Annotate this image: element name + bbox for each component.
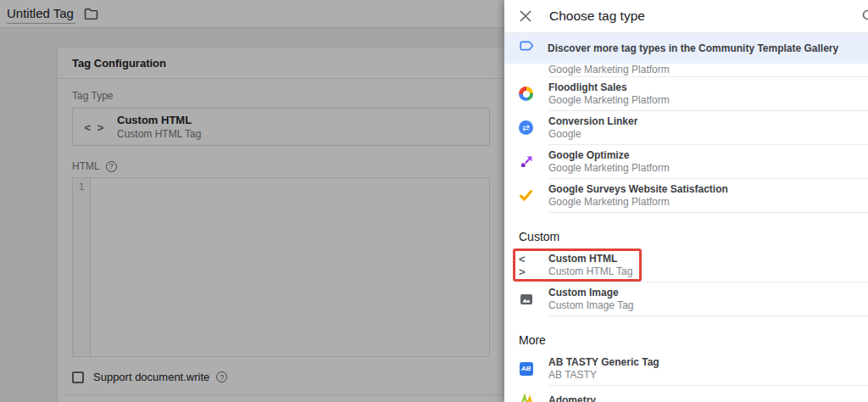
list-item-subtitle: Custom Image Tag [548,299,634,311]
list-item-conversion-linker[interactable]: ⇄ Conversion Linker Google [504,111,868,144]
tag-label-icon [520,41,535,56]
image-icon [519,292,533,306]
list-item-title: Adometry [548,394,596,402]
banner-text: Discover more tag types in the Community… [548,42,838,54]
list-item-google-optimize[interactable]: Google Optimize Google Marketing Platfor… [504,145,868,178]
choose-tag-type-sheet: Choose tag type Discover more tag types … [504,0,868,402]
list-item-custom-image[interactable]: Custom Image Custom Image Tag [504,282,868,315]
list-item-title: Conversion Linker [548,115,637,127]
sheet-title: Choose tag type [549,8,645,24]
gtm-app: Untitled Tag Tag Configuration Tag Type … [0,0,868,402]
list-item-custom-html[interactable]: < > Custom HTML Custom HTML Tag [504,248,868,282]
list-item-subtitle: Google Marketing Platform [548,94,670,106]
close-icon[interactable] [520,10,531,22]
list-item-title: Google Surveys Website Satisfaction [548,183,728,195]
list-item-adometry[interactable]: Adometry [504,386,868,402]
modal-dim-overlay [0,0,504,402]
list-item-title: Google Optimize [548,149,670,161]
list-item-subtitle: Custom HTML Tag [548,265,632,277]
list-item-subtitle: Google Marketing Platform [548,64,670,75]
list-item-floodlight-sales[interactable]: Floodlight Sales Google Marketing Platfo… [504,77,868,110]
surveys-check-icon [519,188,533,203]
code-icon: < > [519,258,533,272]
section-header-custom: Custom [504,213,868,248]
list-item-subtitle: Google Marketing Platform [548,196,728,208]
list-item-title: Floodlight Sales [548,81,670,93]
list-item-title: Custom Image [548,287,634,299]
list-item-subtitle: Google Marketing Platform [548,162,670,174]
optimize-icon [519,154,533,169]
list-item-title: Custom HTML [548,253,632,265]
list-item-subtitle: AB TASTY [548,369,659,381]
section-header-more: More [504,316,868,352]
community-gallery-banner[interactable]: Discover more tag types in the Community… [504,33,868,64]
list-item-ab-tasty[interactable]: AB AB TASTY Generic Tag AB TASTY [504,352,868,385]
list-item-title: AB TASTY Generic Tag [548,356,659,368]
adometry-icon [519,393,533,402]
conversion-linker-icon: ⇄ [519,120,533,135]
ab-tasty-icon: AB [519,361,533,376]
search-icon[interactable] [861,8,868,27]
list-item-subtitle: Google [548,128,637,140]
floodlight-icon [519,87,533,101]
list-item-google-surveys[interactable]: Google Surveys Website Satisfaction Goog… [504,179,868,212]
list-item-partial[interactable]: Google Marketing Platform [504,64,868,76]
